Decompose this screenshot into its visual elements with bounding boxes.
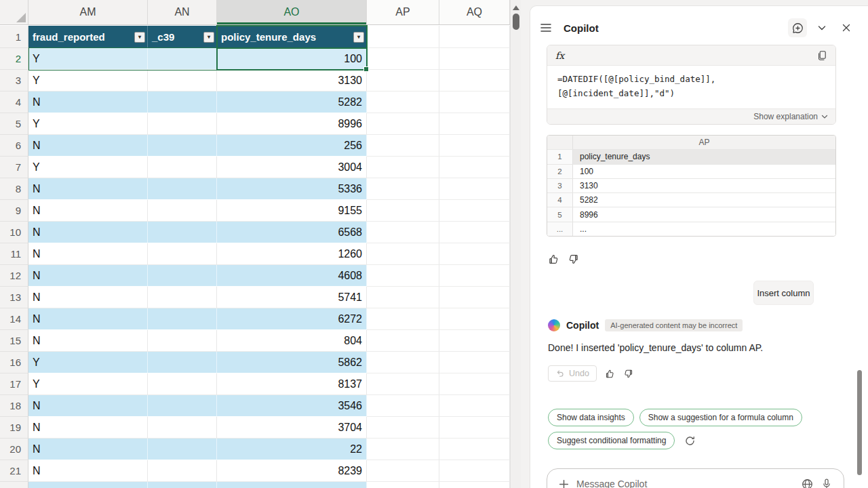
chevron-down-icon[interactable] <box>812 18 831 37</box>
cell[interactable] <box>148 135 217 157</box>
row-header-1[interactable]: 1 <box>0 26 28 48</box>
insert-column-button[interactable]: Insert column <box>753 281 814 305</box>
cell[interactable]: N <box>28 265 148 287</box>
filter-dropdown-icon[interactable]: ▾ <box>203 32 214 43</box>
cell[interactable] <box>367 395 439 417</box>
cell[interactable]: 4573 <box>217 482 367 488</box>
cell[interactable] <box>439 373 510 395</box>
cell[interactable] <box>439 308 510 330</box>
microphone-icon[interactable] <box>821 478 833 488</box>
cell[interactable] <box>367 265 439 287</box>
cell[interactable] <box>439 460 510 482</box>
cell[interactable] <box>148 395 217 417</box>
cell[interactable]: 8137 <box>217 373 367 395</box>
cell[interactable] <box>367 460 439 482</box>
row-header-5[interactable]: 5 <box>0 113 28 135</box>
cell[interactable]: 8996 <box>217 113 367 135</box>
suggestion-chip[interactable]: Suggest conditional formatting <box>548 432 675 449</box>
cell[interactable] <box>367 287 439 308</box>
filter-dropdown-icon[interactable]: ▾ <box>353 32 364 43</box>
cell[interactable]: 256 <box>217 135 367 157</box>
cell[interactable]: N <box>28 330 148 352</box>
cell[interactable] <box>439 395 510 417</box>
row-header-7[interactable]: 7 <box>0 157 28 178</box>
row-header-13[interactable]: 13 <box>0 287 28 308</box>
thumbs-down-icon[interactable] <box>623 369 633 379</box>
row-header-12[interactable]: 12 <box>0 265 28 287</box>
cell[interactable] <box>367 113 439 135</box>
row-header-21[interactable]: 21 <box>0 460 28 482</box>
row-header-16[interactable]: 16 <box>0 352 28 373</box>
cell[interactable]: 3004 <box>217 157 367 178</box>
table-header-cell[interactable]: policy_tenure_days▾ <box>217 26 367 48</box>
cell[interactable]: 3546 <box>217 395 367 417</box>
cell[interactable]: N <box>28 395 148 417</box>
cell[interactable]: 5862 <box>217 352 367 373</box>
chat-input-box[interactable] <box>547 468 844 488</box>
fill-handle[interactable] <box>363 66 369 72</box>
cell[interactable]: Y <box>28 113 148 135</box>
cell[interactable] <box>148 113 217 135</box>
row-header-11[interactable]: 11 <box>0 243 28 265</box>
close-icon[interactable] <box>837 18 856 37</box>
cell[interactable]: 9155 <box>217 200 367 222</box>
cell[interactable] <box>148 439 217 460</box>
refresh-suggestions-icon[interactable] <box>683 434 697 448</box>
cell[interactable] <box>439 439 510 460</box>
cell[interactable] <box>439 92 510 113</box>
cell[interactable]: N <box>28 417 148 439</box>
filter-dropdown-icon[interactable]: ▾ <box>134 32 145 43</box>
thumbs-up-icon[interactable] <box>605 369 615 379</box>
cell[interactable]: N <box>28 135 148 157</box>
cell[interactable] <box>148 308 217 330</box>
cell[interactable]: 3130 <box>217 70 367 92</box>
row-header-2[interactable]: 2 <box>0 48 28 70</box>
undo-button[interactable]: Undo <box>548 365 597 382</box>
table-header-cell[interactable]: _c39▾ <box>148 26 217 48</box>
cell[interactable]: N <box>28 178 148 200</box>
cell[interactable] <box>148 243 217 265</box>
cell[interactable] <box>367 417 439 439</box>
row-header-10[interactable]: 10 <box>0 222 28 243</box>
cell[interactable] <box>367 330 439 352</box>
sheet-scrollbar-thumb[interactable] <box>513 14 519 30</box>
formula-text[interactable]: =DATEDIF([@[policy_bind_date]],[@[incide… <box>547 66 835 108</box>
cell[interactable] <box>148 460 217 482</box>
cell[interactable] <box>148 330 217 352</box>
cell[interactable] <box>367 135 439 157</box>
menu-icon[interactable] <box>536 18 555 37</box>
cell[interactable]: 5741 <box>217 287 367 308</box>
cell[interactable] <box>148 157 217 178</box>
cell[interactable] <box>148 222 217 243</box>
cell[interactable]: N <box>28 460 148 482</box>
cell[interactable] <box>439 157 510 178</box>
select-all-corner[interactable] <box>0 0 28 24</box>
cell[interactable]: N <box>28 243 148 265</box>
cell[interactable] <box>148 92 217 113</box>
cell[interactable] <box>439 330 510 352</box>
cell[interactable] <box>148 48 217 70</box>
column-header-am[interactable]: AM <box>28 0 148 24</box>
cell[interactable]: 4608 <box>217 265 367 287</box>
copy-icon[interactable] <box>816 50 827 61</box>
cell[interactable]: N <box>28 222 148 243</box>
cell[interactable] <box>367 243 439 265</box>
cell[interactable] <box>148 373 217 395</box>
cell[interactable] <box>367 178 439 200</box>
cell[interactable] <box>439 417 510 439</box>
cell[interactable] <box>367 157 439 178</box>
cell[interactable]: 100 <box>217 48 367 70</box>
cell[interactable] <box>439 352 510 373</box>
cell[interactable] <box>148 178 217 200</box>
panel-scrollbar[interactable] <box>856 41 863 488</box>
cell[interactable] <box>148 265 217 287</box>
cell[interactable]: N <box>28 308 148 330</box>
cell[interactable] <box>367 92 439 113</box>
cell[interactable] <box>148 482 217 488</box>
row-header-20[interactable]: 20 <box>0 439 28 460</box>
panel-scrollbar-thumb[interactable] <box>857 370 862 475</box>
cell[interactable] <box>367 352 439 373</box>
empty-header-cell[interactable] <box>367 26 439 48</box>
cell[interactable]: N <box>28 287 148 308</box>
thumbs-up-icon[interactable] <box>548 253 559 265</box>
